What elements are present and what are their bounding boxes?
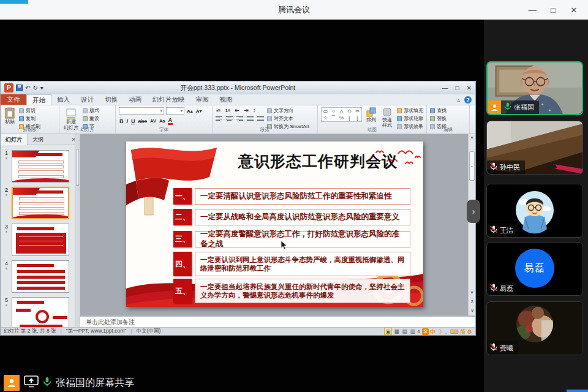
shape-brace-right-icon[interactable]: }	[353, 115, 361, 121]
participant-tile-gongxi[interactable]: 龚曦	[486, 301, 583, 355]
normal-view-icon[interactable]: ▣	[384, 328, 391, 335]
participant-tile-wangjie[interactable]: 王洁	[486, 184, 583, 238]
notes-area[interactable]: 单击此处添加备注	[80, 315, 475, 327]
shape-rect-icon[interactable]: ▭	[322, 108, 330, 115]
shape-fill-button[interactable]: 形状填充	[397, 107, 423, 114]
shape-circle-icon[interactable]: ○	[330, 108, 337, 115]
grow-font-button[interactable]: A▴	[186, 108, 194, 114]
slide-sorter-view-icon[interactable]: ▦	[394, 328, 400, 334]
copy-button[interactable]: 复制	[19, 115, 40, 122]
replace-button[interactable]: 替换	[430, 115, 447, 122]
italic-button[interactable]: I	[126, 118, 129, 124]
bold-button[interactable]: B	[119, 118, 124, 124]
decrease-indent-button[interactable]: ⇤	[235, 107, 241, 113]
increase-indent-button[interactable]: ⇥	[243, 107, 249, 113]
ime-fullwidth-icon[interactable]: ☽	[437, 328, 442, 335]
next-slide-icon[interactable]: «	[469, 307, 475, 314]
pane-scrollbar[interactable]	[75, 134, 80, 327]
tab-file[interactable]: 文件	[1, 94, 26, 105]
redo-icon[interactable]: ↻	[32, 85, 37, 91]
pane-tab-slides[interactable]: 幻灯片	[1, 134, 28, 145]
ime-keyboard-icon[interactable]: ⌨	[450, 328, 459, 335]
shape-arrow-icon[interactable]: ⇨	[353, 108, 361, 115]
maximize-button[interactable]: □	[543, 6, 564, 15]
ime-punctuation-icon[interactable]: ，	[443, 328, 450, 335]
scrollbar-thumb[interactable]	[469, 151, 475, 181]
tab-review[interactable]: 审阅	[190, 94, 214, 105]
scroll-up-icon[interactable]: ▲	[469, 135, 475, 139]
underline-button[interactable]: U	[130, 118, 136, 124]
reading-view-icon[interactable]: ▤	[402, 328, 408, 334]
align-center-button[interactable]	[226, 116, 233, 121]
shape-diamond-icon[interactable]: ◇	[345, 108, 353, 115]
justify-button[interactable]	[247, 116, 254, 121]
shape-arc-icon[interactable]: ⌒	[330, 115, 337, 121]
shrink-font-button[interactable]: A▾	[195, 108, 203, 114]
ppt-minimize-button[interactable]: —	[442, 85, 448, 91]
shapes-gallery[interactable]: ▭ ○ △ ◇ ⇨ ☆ ⌒ % { }	[321, 107, 362, 122]
quick-styles-button[interactable]: 快速样式	[380, 107, 394, 129]
change-case-button[interactable]: Aa	[159, 118, 166, 124]
align-right-button[interactable]	[236, 116, 243, 121]
undo-icon[interactable]: ↶	[25, 85, 30, 91]
ime-language-icon[interactable]: 中	[430, 328, 436, 335]
participant-tile-zhangfuguo[interactable]: 张福国	[486, 61, 583, 115]
save-icon[interactable]	[16, 85, 23, 91]
shape-triangle-icon[interactable]: △	[337, 108, 345, 115]
sidebar-collapse-handle[interactable]: ›	[467, 200, 480, 223]
slide-thumbnail-3[interactable]: 3✶	[2, 224, 69, 256]
tab-home[interactable]: 开始	[26, 94, 51, 105]
columns-button[interactable]	[257, 116, 264, 121]
shape-brace-left-icon[interactable]: {	[345, 115, 353, 121]
cut-button[interactable]: 剪切	[19, 107, 40, 114]
text-direction-button[interactable]: 文字方向	[267, 107, 309, 114]
ribbon-collapse-icon[interactable]: ▵	[457, 97, 460, 103]
shape-percent-icon[interactable]: %	[337, 115, 345, 121]
layout-button[interactable]: 版式	[83, 107, 99, 114]
bullets-button[interactable]: •≡	[216, 108, 221, 113]
font-name-combo[interactable]: ▾	[119, 107, 164, 115]
font-color-button[interactable]: A	[168, 117, 173, 125]
ppt-close-button[interactable]: ✕	[467, 85, 472, 91]
align-left-button[interactable]	[216, 116, 222, 121]
slide-thumbnail-1[interactable]: 1✶	[2, 150, 69, 183]
shape-star-icon[interactable]: ☆	[322, 115, 330, 121]
pane-tab-outline[interactable]: 大纲	[28, 134, 48, 145]
scroll-down-icon[interactable]: ▼	[469, 290, 475, 295]
slide-canvas[interactable]: 意识形态工作研判会议 一、 一定要清醒认识意识形态风险防范工作的重要性和紧迫性 …	[126, 141, 423, 307]
slide-thumbnail-2-selected[interactable]: 2✶	[2, 187, 69, 219]
slideshow-view-icon[interactable]: ▥	[410, 328, 416, 334]
reset-button[interactable]: 重设	[83, 115, 99, 122]
shape-outline-button[interactable]: 形状轮廓	[397, 115, 423, 122]
line-spacing-button[interactable]: ↕	[252, 107, 257, 113]
strikethrough-button[interactable]: abc	[138, 118, 148, 124]
tab-animations[interactable]: 动画	[123, 94, 147, 105]
minimize-button[interactable]: —	[522, 6, 543, 15]
participant-tile-sunzhongmin[interactable]: 孙中民	[486, 121, 583, 175]
qat-more-icon[interactable]: ▾	[40, 85, 43, 91]
tab-insert[interactable]: 插入	[51, 94, 75, 105]
ime-logo-icon[interactable]: S	[422, 328, 429, 335]
previous-slide-icon[interactable]: «	[469, 298, 475, 305]
ppt-restore-button[interactable]: □	[456, 85, 459, 91]
ime-settings-gear-icon[interactable]: ⚙	[467, 328, 472, 335]
language-indicator[interactable]: 中文(中国)	[137, 328, 161, 335]
tab-design[interactable]: 设计	[75, 94, 99, 105]
char-spacing-button[interactable]: AV	[149, 118, 157, 124]
tab-slideshow[interactable]: 幻灯片放映	[147, 94, 190, 105]
help-icon[interactable]: ?	[464, 96, 472, 104]
align-text-button[interactable]: 对齐文本	[267, 115, 309, 122]
paste-button[interactable]: 粘贴	[4, 107, 16, 125]
participant-tile-yilei[interactable]: 易磊 易磊	[486, 242, 583, 296]
tab-view[interactable]: 视图	[214, 94, 238, 105]
arrange-button[interactable]: 排列	[365, 107, 377, 123]
slide-thumbnail-4[interactable]: 4✶	[2, 260, 69, 293]
editor-scrollbar[interactable]: ▲ ▼ « «	[468, 134, 475, 315]
numbering-button[interactable]: 1≡	[224, 108, 231, 113]
find-button[interactable]: 查找	[430, 107, 447, 114]
ime-simplified-icon[interactable]: 简	[460, 328, 466, 335]
slide-thumbnail-5[interactable]: 5✶	[2, 297, 69, 327]
font-size-combo[interactable]: ▾	[166, 107, 184, 115]
close-button[interactable]: ✕	[564, 6, 584, 15]
tab-transitions[interactable]: 切换	[99, 94, 123, 105]
